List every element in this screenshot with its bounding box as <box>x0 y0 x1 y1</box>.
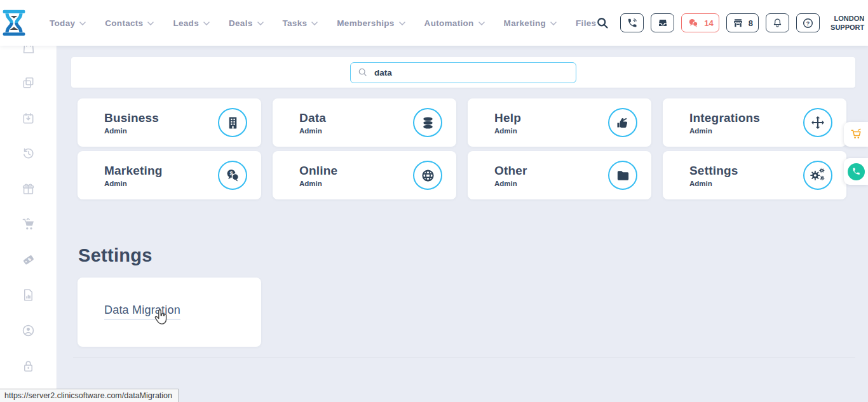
nav-item-memberships[interactable]: Memberships <box>337 18 405 28</box>
phone-icon <box>851 167 860 176</box>
card-title: Other <box>494 164 527 178</box>
card-integrations[interactable]: IntegrationsAdmin <box>663 98 846 147</box>
nav-item-leads[interactable]: Leads <box>173 18 210 28</box>
card-marketing[interactable]: MarketingAdmin $ <box>78 151 261 199</box>
inbox-icon <box>657 18 668 28</box>
data-migration-card: Data Migration <box>78 278 261 347</box>
nav-label: Automation <box>424 18 474 28</box>
chat-badge-count: 14 <box>704 18 713 28</box>
user-name: LONDON SUPPORT <box>831 14 864 32</box>
user-name-line1: LONDON <box>831 14 864 23</box>
calendar-down-icon <box>21 111 36 126</box>
database-icon <box>421 116 435 130</box>
gears-icon <box>810 167 826 184</box>
data-migration-link[interactable]: Data Migration <box>104 304 180 319</box>
card-subtitle: Admin <box>104 180 163 187</box>
chat-dollar-icon: $ <box>225 168 240 183</box>
nav-item-today[interactable]: Today <box>50 18 86 28</box>
divider <box>73 358 855 358</box>
sidebar-item-report[interactable] <box>0 278 57 313</box>
app-logo[interactable] <box>0 8 28 37</box>
card-subtitle: Admin <box>104 127 159 135</box>
hand-icon <box>615 115 630 130</box>
phone-icon <box>627 18 637 29</box>
sidebar-item-account[interactable] <box>0 313 57 349</box>
phone-calls-button[interactable] <box>620 13 644 32</box>
card-subtitle: Admin <box>689 180 738 187</box>
sidebar-item-history[interactable] <box>0 136 57 171</box>
globe-icon <box>421 168 435 183</box>
sidebar-item-calendar[interactable] <box>0 100 57 136</box>
move-arrows-icon <box>810 115 825 130</box>
card-title: Integrations <box>689 111 760 125</box>
main-nav: Today Contacts Leads Deals Tasks Members… <box>50 18 596 28</box>
card-title: Business <box>104 111 159 125</box>
lock-icon <box>21 359 36 373</box>
card-settings[interactable]: SettingsAdmin <box>663 151 846 199</box>
card-title: Help <box>494 111 521 125</box>
card-subtitle: Admin <box>494 180 527 187</box>
report-icon <box>21 288 36 302</box>
folder-icon <box>616 168 630 183</box>
bell-icon <box>772 17 783 29</box>
browser-status-bar: https://server2.clinicsoftware.com/dataM… <box>0 389 179 402</box>
inbox-button[interactable] <box>651 13 674 32</box>
card-subtitle: Admin <box>299 127 326 135</box>
card-business[interactable]: BusinessAdmin <box>78 98 261 147</box>
card-subtitle: Admin <box>299 180 337 187</box>
chevron-down-icon <box>550 22 557 25</box>
search-icon <box>358 67 368 77</box>
search-icon <box>596 17 609 30</box>
sidebar-item-cart[interactable] <box>0 206 57 242</box>
chevron-down-icon <box>311 22 318 25</box>
nav-item-files[interactable]: Files <box>576 18 596 28</box>
help-button[interactable]: ? <box>796 13 820 32</box>
nav-label: Marketing <box>504 18 546 28</box>
nav-item-marketing[interactable]: Marketing <box>504 18 557 28</box>
admin-search-box[interactable] <box>350 62 576 83</box>
bag-icon <box>21 46 36 55</box>
topbar-actions: 14 8 ? LONDON SUPPORT <box>596 12 868 34</box>
chat-messages-button[interactable]: 14 <box>681 13 719 32</box>
building-icon <box>226 116 240 130</box>
sidebar-item-copy[interactable] <box>0 65 57 101</box>
card-title: Settings <box>689 164 738 178</box>
question-icon: ? <box>802 17 814 29</box>
nav-label: Memberships <box>337 18 394 28</box>
left-sidebar: $ <box>0 46 57 402</box>
card-other[interactable]: OtherAdmin <box>468 151 651 199</box>
floating-cart-tab[interactable] <box>844 122 868 147</box>
card-help[interactable]: HelpAdmin <box>468 98 651 147</box>
chevron-down-icon <box>478 22 485 25</box>
card-data[interactable]: DataAdmin <box>273 98 456 147</box>
card-title: Marketing <box>104 164 163 178</box>
sidebar-item-gift[interactable] <box>0 171 57 207</box>
card-online[interactable]: OnlineAdmin <box>273 151 456 199</box>
sidebar-item-lock[interactable] <box>0 348 57 384</box>
admin-search-input[interactable] <box>374 68 569 77</box>
gift-icon <box>21 182 36 196</box>
notifications-button[interactable] <box>766 13 789 32</box>
copy-icon <box>21 76 36 90</box>
chevron-down-icon <box>147 22 154 25</box>
nav-item-contacts[interactable]: Contacts <box>105 18 154 28</box>
nav-item-deals[interactable]: Deals <box>229 18 264 28</box>
chevron-down-icon <box>79 22 86 25</box>
status-url: https://server2.clinicsoftware.com/dataM… <box>4 391 172 400</box>
search-button[interactable] <box>596 17 609 30</box>
account-icon <box>21 323 36 338</box>
nav-label: Contacts <box>105 18 143 28</box>
nav-item-automation[interactable]: Automation <box>424 18 485 28</box>
chevron-down-icon <box>399 22 405 25</box>
user-name-line2: SUPPORT <box>831 23 864 32</box>
card-title: Online <box>299 164 337 178</box>
shop-button[interactable]: 8 <box>726 13 759 32</box>
sidebar-item-price-tag[interactable]: $ <box>0 242 57 278</box>
sidebar-item-bag[interactable] <box>0 46 57 65</box>
nav-label: Leads <box>173 18 199 28</box>
search-panel <box>71 57 855 88</box>
nav-item-tasks[interactable]: Tasks <box>283 18 318 28</box>
chevron-down-icon <box>203 22 210 25</box>
floating-phone-tab[interactable] <box>844 158 868 185</box>
orange-cart-icon <box>850 128 863 141</box>
